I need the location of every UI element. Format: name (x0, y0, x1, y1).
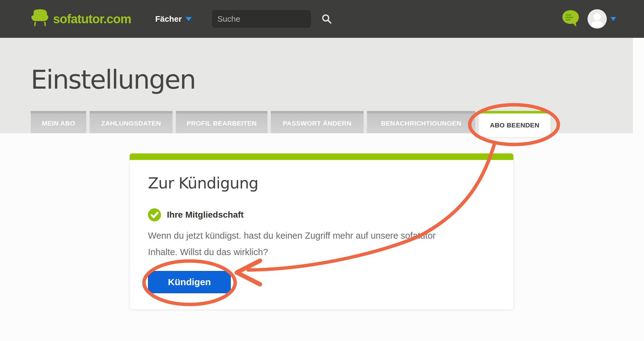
top-navbar: sofatutor.com Fächer (0, 0, 644, 38)
tab-zahlungsdaten[interactable]: ZAHLUNGSDATEN (90, 111, 172, 133)
chat-bubble-icon[interactable] (561, 8, 580, 29)
tab-abo-beenden[interactable]: ABO BEENDEN (479, 111, 551, 137)
settings-tabs: MEIN ABO ZAHLUNGSDATEN PROFIL BEARBEITEN… (31, 111, 551, 133)
search-icon[interactable] (321, 14, 332, 24)
sofatutor-logo[interactable]: sofatutor.com (31, 9, 131, 29)
logo-text: sofatutor.com (53, 12, 131, 26)
tab-profil-bearbeiten[interactable]: PROFIL BEARBEITEN (176, 111, 267, 133)
tab-passwort-aendern[interactable]: PASSWORT ÄNDERN (271, 111, 364, 133)
warning-line-1: Wenn du jetzt kündigst. hast du keinen Z… (148, 228, 495, 244)
search-input[interactable] (217, 14, 321, 24)
kuendigen-button[interactable]: Kündigen (148, 271, 231, 293)
couch-icon (31, 9, 49, 29)
page-title: Einstellungen (31, 64, 195, 95)
chevron-down-icon (610, 17, 616, 21)
nav-menu-faecher[interactable]: Fächer (155, 14, 191, 24)
main-content: Zur Kündigung Ihre Mitgliedschaft Wenn d… (0, 153, 644, 309)
warning-line-2: Inhalte. Willst du das wirklich? (148, 244, 495, 260)
tab-mein-abo[interactable]: MEIN ABO (31, 111, 86, 133)
navbar-right (561, 8, 616, 29)
card-heading: Zur Kündigung (148, 175, 495, 192)
cancellation-warning-text: Wenn du jetzt kündigst. hast du keinen Z… (148, 228, 495, 260)
nav-menu-label: Fächer (155, 14, 181, 24)
settings-header-section: Einstellungen MEIN ABO ZAHLUNGSDATEN PRO… (0, 38, 633, 133)
membership-status-row: Ihre Mitgliedschaft (148, 208, 495, 221)
card-accent-bar (130, 153, 513, 160)
chevron-down-icon (186, 17, 192, 21)
search-box (212, 10, 311, 28)
tab-benachrichtigungen[interactable]: BENACHRICHTIGUNGEN (367, 111, 475, 133)
cancellation-card: Zur Kündigung Ihre Mitgliedschaft Wenn d… (130, 153, 513, 309)
account-menu[interactable] (588, 9, 616, 29)
avatar (588, 9, 607, 29)
check-icon (148, 208, 161, 221)
membership-label: Ihre Mitgliedschaft (167, 210, 244, 220)
